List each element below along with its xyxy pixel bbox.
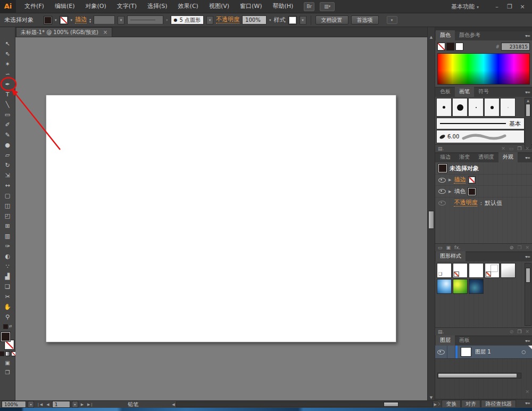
blob-brush-tool[interactable]: ● — [0, 140, 15, 150]
fill-dropdown-icon[interactable]: ▾ — [55, 18, 57, 22]
color-spectrum[interactable] — [437, 53, 530, 85]
width-tool[interactable]: ↔ — [0, 180, 15, 191]
graphic-styles-scroll-thumb[interactable] — [526, 268, 530, 283]
gradient-tool[interactable]: ▥ — [0, 231, 15, 241]
delete-graphic-style-icon[interactable]: ✕ — [525, 329, 529, 334]
brush-item-basic[interactable]: 基本 — [436, 118, 525, 129]
tab-color-0[interactable]: 颜色 — [436, 30, 455, 40]
default-fill-stroke-icon[interactable] — [3, 324, 8, 329]
perspective-grid-tool[interactable]: ◰ — [0, 211, 15, 221]
tab-close-icon[interactable]: × — [103, 29, 107, 35]
opacity-link[interactable]: 不透明度 — [216, 17, 239, 23]
brush-item-2[interactable] — [468, 98, 484, 117]
symbol-sprayer-tool[interactable]: ∵ — [0, 261, 15, 272]
brush-item-4[interactable] — [500, 98, 516, 117]
scroll-left-icon[interactable]: ◀ — [172, 402, 174, 407]
stroke-dropdown-icon[interactable]: ▾ — [71, 18, 73, 22]
tab-layers-1[interactable]: 画板 — [455, 335, 474, 346]
brush-item-3[interactable] — [484, 98, 500, 117]
scroll-up-icon[interactable]: ▲ — [525, 98, 531, 102]
new-fill-icon[interactable]: ▣ — [446, 245, 451, 250]
delete-item-icon[interactable]: ✕ — [525, 245, 529, 250]
restore-button[interactable]: ❐ — [503, 3, 516, 10]
drawing-mode-icon[interactable]: ▣ — [5, 360, 10, 366]
artboard[interactable] — [46, 95, 396, 342]
lasso-tool[interactable]: ∽ — [0, 69, 15, 79]
layer-thumbnail[interactable] — [461, 347, 471, 357]
stroke-width-stepper[interactable]: ▴▾ — [89, 18, 91, 23]
remove-brush-stroke-icon[interactable]: ✕ — [501, 146, 505, 151]
screen-mode-icon[interactable]: ❐ — [5, 369, 10, 375]
stroke-width-dropdown-icon[interactable]: ▾ — [118, 16, 124, 24]
panel-menu-icon[interactable]: ▾≡ — [525, 254, 530, 259]
tab-brushes-2[interactable]: 符号 — [474, 87, 493, 97]
rotate-tool[interactable]: ↻ — [0, 160, 15, 170]
close-button[interactable]: × — [516, 3, 529, 10]
menu-5[interactable]: 效果(C) — [173, 0, 204, 13]
tab-transform[interactable]: 变换 — [442, 400, 461, 407]
add-effect-fx-icon[interactable]: fx. — [454, 245, 460, 250]
tab-align[interactable]: 对齐 — [461, 400, 480, 407]
menu-6[interactable]: 视图(V) — [204, 0, 235, 13]
horizontal-scrollbar[interactable]: ◀ ▶ — [172, 401, 437, 407]
visibility-eye-icon[interactable] — [438, 189, 446, 194]
graphic-style-plain-white-style[interactable] — [469, 263, 484, 278]
brush-definition-field[interactable]: ● 5 点圆形 — [171, 15, 204, 24]
menu-2[interactable]: 对象(O) — [80, 0, 111, 13]
brushes-scrollbar[interactable]: ▲ — [525, 98, 531, 149]
artboard-number-field[interactable]: 1 — [52, 401, 70, 408]
appearance-fill-row[interactable]: ▶ 填色 — [435, 186, 532, 198]
workspace-switcher[interactable]: 基本功能▾ — [451, 3, 479, 11]
brushes-scroll-thumb[interactable] — [526, 104, 530, 117]
zoom-tool[interactable]: ⚲ — [0, 312, 15, 322]
panel-menu-icon[interactable]: ▾≡ — [525, 155, 530, 160]
stroke-link[interactable]: 描边 — [75, 17, 87, 23]
vertical-scroll-thumb[interactable] — [428, 211, 434, 229]
stroke-none-swatch[interactable] — [468, 176, 476, 184]
appearance-stroke-link[interactable]: 描边 — [454, 177, 466, 184]
first-artboard-icon[interactable]: ❘◀ — [36, 402, 44, 407]
bridge-icon[interactable]: Br — [304, 2, 314, 11]
brush-options-icon[interactable]: ▭ — [509, 146, 514, 151]
tab-appearance-3[interactable]: 外观 — [498, 152, 518, 162]
selection-tool[interactable]: ↖ — [0, 39, 15, 49]
panel-menu-icon[interactable]: ▾≡ — [525, 34, 530, 38]
graphic-style-dark-blue-texture-style[interactable] — [469, 279, 484, 294]
menu-7[interactable]: 窗口(W) — [235, 0, 267, 13]
brush-item-0[interactable] — [436, 98, 452, 117]
fill-stroke-indicator[interactable] — [1, 332, 14, 349]
scale-tool[interactable]: ⇲ — [0, 170, 15, 180]
zoom-level-field[interactable]: 100% — [2, 401, 26, 408]
zoom-dropdown-icon[interactable]: ▾ — [28, 401, 34, 408]
next-artboard-icon[interactable]: ▶ — [80, 402, 85, 407]
graphic-style-blue-glow-style[interactable] — [437, 279, 452, 294]
previous-artboard-icon[interactable]: ◀ — [45, 402, 50, 407]
menu-4[interactable]: 选择(S) — [142, 0, 173, 13]
tab-appearance-2[interactable]: 透明度 — [474, 152, 498, 162]
brush-dropdown-icon[interactable]: ▾ — [206, 16, 213, 24]
delete-brush-icon[interactable]: ✕ — [525, 146, 529, 151]
none-swatch[interactable] — [437, 43, 445, 51]
appearance-stroke-row[interactable]: ▶ 描边 — [435, 175, 532, 186]
free-transform-tool[interactable]: ▢ — [0, 191, 15, 201]
appearance-opacity-link[interactable]: 不透明度 — [454, 200, 477, 207]
line-segment-tool[interactable]: ╲ — [0, 100, 15, 110]
tab-pathfinder[interactable]: 路径查找器 — [481, 400, 516, 407]
panel-menu-icon[interactable]: ▾≡ — [525, 90, 530, 95]
pen-tool[interactable]: ✒ — [0, 79, 15, 89]
appearance-opacity-row[interactable]: ▶ 不透明度 : 默认值 — [435, 198, 532, 209]
menu-1[interactable]: 编辑(E) — [49, 0, 80, 13]
menu-3[interactable]: 文字(T) — [112, 0, 142, 13]
layer-row[interactable]: 图层 1 ○ — [435, 346, 532, 359]
layer-target-icon[interactable]: ○ — [521, 349, 526, 355]
document-setup-button[interactable]: 文档设置 — [315, 15, 348, 24]
tab-appearance-1[interactable]: 渐变 — [455, 152, 474, 162]
stroke-width-field[interactable] — [94, 15, 115, 24]
pencil-tool[interactable]: ✎ — [0, 130, 15, 140]
tab-graphic-styles[interactable]: 图形样式 — [436, 251, 466, 261]
black-swatch[interactable] — [446, 43, 454, 51]
delete-layer-icon[interactable]: ✕ — [525, 389, 529, 394]
tab-color-1[interactable]: 颜色参考 — [455, 30, 485, 40]
gradient-button[interactable] — [5, 351, 10, 356]
brush-libraries-icon[interactable]: ▤. — [438, 146, 444, 151]
